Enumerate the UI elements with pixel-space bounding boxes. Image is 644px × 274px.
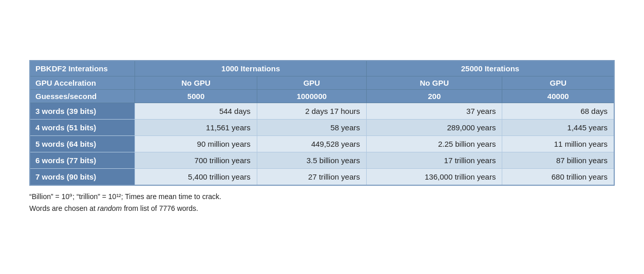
- header-row-3: Guesses/second 5000 1000000 200 40000: [30, 90, 614, 103]
- cell-7w-gpu-1k: 27 trillion years: [257, 169, 366, 186]
- cell-7w-gpu-25k: 680 trillion years: [502, 169, 614, 186]
- header-row-1: PBKDF2 Interations 1000 Iternations 2500…: [30, 61, 614, 76]
- cell-7w-nogpu-25k: 136,000 trillion years: [366, 169, 502, 186]
- row-label-3words: 3 words (39 bits): [30, 103, 135, 120]
- footnote: “Billion” = 10⁹; “trillion” = 10¹²; Time…: [29, 191, 615, 214]
- table-row: 4 words (51 bits) 11,561 years 58 years …: [30, 120, 614, 136]
- col-header-no-gpu-1: No GPU: [135, 76, 257, 90]
- footnote-line1: “Billion” = 10⁹; “trillion” = 10¹²; Time…: [29, 191, 615, 202]
- col-guesses-1000000: 1000000: [257, 90, 366, 103]
- cell-4w-gpu-1k: 58 years: [257, 120, 366, 136]
- table-row: 3 words (39 bits) 544 days 2 days 17 hou…: [30, 103, 614, 120]
- col-header-gpu-1: GPU: [257, 76, 366, 90]
- cell-5w-nogpu-25k: 2.25 billion years: [366, 136, 502, 152]
- row-label-6words: 6 words (77 bits): [30, 152, 135, 169]
- table-row: 5 words (64 bits) 90 million years 449,5…: [30, 136, 614, 152]
- footnote-italic: random: [98, 204, 122, 212]
- cell-4w-nogpu-1k: 11,561 years: [135, 120, 257, 136]
- table-row: 7 words (90 bits) 5,400 trillion years 2…: [30, 169, 614, 186]
- cell-3w-nogpu-1k: 544 days: [135, 103, 257, 120]
- cell-6w-nogpu-1k: 700 trillion years: [135, 152, 257, 169]
- cell-4w-gpu-25k: 1,445 years: [502, 120, 614, 136]
- cell-5w-gpu-1k: 449,528 years: [257, 136, 366, 152]
- password-table: PBKDF2 Interations 1000 Iternations 2500…: [29, 60, 615, 186]
- row-label-4words: 4 words (51 bits): [30, 120, 135, 136]
- col-header-25000: 25000 Iterations: [366, 61, 614, 76]
- footnote-post: from list of 7776 words.: [122, 204, 198, 212]
- col-guesses-200: 200: [366, 90, 502, 103]
- col-header-guesses-label: Guesses/second: [30, 90, 135, 103]
- col-guesses-5000: 5000: [135, 90, 257, 103]
- cell-3w-gpu-25k: 68 days: [502, 103, 614, 120]
- cell-6w-gpu-1k: 3.5 billion years: [257, 152, 366, 169]
- col-header-gpu-2: GPU: [502, 76, 614, 90]
- footnote-pre: Words are chosen at: [29, 204, 98, 212]
- table-row: 6 words (77 bits) 700 trillion years 3.5…: [30, 152, 614, 169]
- footnote-line2: Words are chosen at random from list of …: [29, 203, 615, 214]
- main-container: PBKDF2 Interations 1000 Iternations 2500…: [19, 50, 625, 224]
- col-header-no-gpu-2: No GPU: [366, 76, 502, 90]
- header-row-2: GPU Accelration No GPU GPU No GPU GPU: [30, 76, 614, 90]
- cell-3w-nogpu-25k: 37 years: [366, 103, 502, 120]
- cell-4w-nogpu-25k: 289,000 years: [366, 120, 502, 136]
- col-header-iterations: PBKDF2 Interations: [30, 61, 135, 76]
- row-label-7words: 7 words (90 bits): [30, 169, 135, 186]
- col-header-gpu-label: GPU Accelration: [30, 76, 135, 90]
- col-header-1000: 1000 Iternations: [135, 61, 367, 76]
- cell-6w-nogpu-25k: 17 trillion years: [366, 152, 502, 169]
- cell-5w-nogpu-1k: 90 million years: [135, 136, 257, 152]
- cell-7w-nogpu-1k: 5,400 trillion years: [135, 169, 257, 186]
- cell-5w-gpu-25k: 11 million years: [502, 136, 614, 152]
- cell-3w-gpu-1k: 2 days 17 hours: [257, 103, 366, 120]
- cell-6w-gpu-25k: 87 billion years: [502, 152, 614, 169]
- row-label-5words: 5 words (64 bits): [30, 136, 135, 152]
- col-guesses-40000: 40000: [502, 90, 614, 103]
